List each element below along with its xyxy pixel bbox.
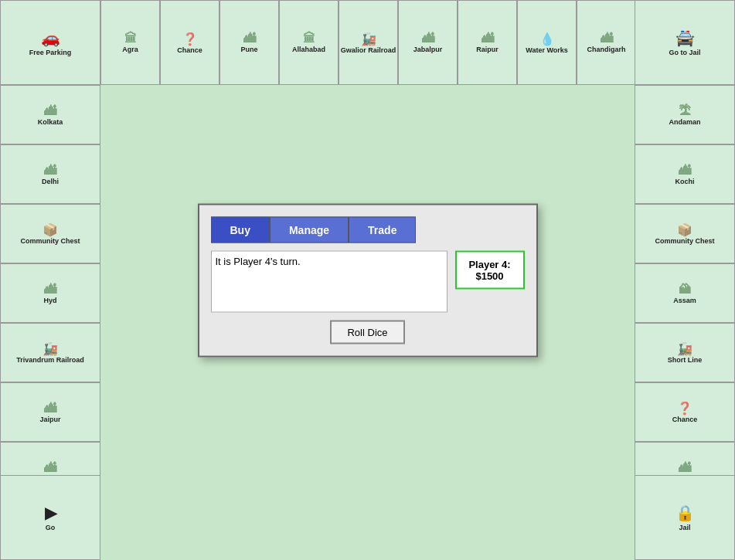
cell-assam: 🏔 Assam — [635, 263, 735, 323]
dialog-content: It is Player 4's turn. Player 4: $1500 — [211, 250, 525, 312]
cell-label: Jail — [679, 524, 690, 531]
cell-community-chest-right: 📦 Community Chest — [635, 204, 735, 263]
cell-label: Jaipur — [39, 416, 60, 423]
cell-allahabad: 🏛 Allahabad — [279, 0, 339, 85]
cell-label: Chance — [177, 46, 202, 54]
cell-pune: 🏙 Pune — [219, 0, 279, 85]
cell-label: Raipur — [476, 46, 499, 53]
cell-label: Allahabad — [292, 46, 325, 53]
cell-delhi: 🏙 Delhi — [0, 144, 100, 204]
cell-label: Chandigarh — [587, 46, 625, 53]
cell-kochi: 🏙 Kochi — [635, 144, 735, 204]
tab-buy[interactable]: Buy — [211, 216, 270, 243]
cell-label: Assam — [673, 297, 696, 304]
cell-label: Go to Jail — [669, 49, 700, 56]
cell-label: Water Works — [526, 46, 568, 54]
cell-free-parking: 🚗 Free Parking — [0, 0, 100, 85]
game-message-textarea[interactable]: It is Player 4's turn. — [211, 250, 447, 312]
cell-kolkata: 🏙 Kolkata — [0, 85, 100, 144]
cell-go-to-jail: 🚔 Go to Jail — [635, 0, 735, 85]
cell-label: Go — [46, 524, 56, 531]
dialog-tabs: Buy Manage Trade — [211, 216, 525, 243]
cell-label: Gwalior Railroad — [341, 46, 396, 54]
cell-jabalpur: 🏙 Jabalpur — [398, 0, 458, 85]
player-label: Player 4: — [466, 258, 514, 270]
roll-dice-button[interactable]: Roll Dice — [330, 320, 404, 344]
cell-hyd: 🏙 Hyd — [0, 263, 100, 323]
cell-gwalior-railroad: 🚂 Gwalior Railroad — [339, 0, 398, 85]
cell-label: Short Line — [668, 356, 703, 364]
cell-label: Jabalpur — [413, 46, 443, 53]
cell-jail: 🔒 Jail — [635, 475, 735, 560]
cell-chandigarh: 🏙 Chandigarh — [577, 0, 636, 85]
game-board: 🚗 Free Parking 🏛 Agra ❓ Chance 🏙 Pune 🏛 … — [0, 0, 735, 560]
cell-label: Community Chest — [20, 237, 80, 245]
cell-water-works: 💧 Water Works — [517, 0, 577, 85]
cell-chance-top: ❓ Chance — [160, 0, 219, 85]
tab-manage[interactable]: Manage — [270, 216, 349, 243]
player-info: Player 4: $1500 — [455, 250, 525, 289]
cell-short-line: 🚂 Short Line — [635, 323, 735, 382]
cell-raipur: 🏙 Raipur — [458, 0, 517, 85]
cell-label: Kolkata — [38, 118, 63, 126]
cell-trivandrum-railroad: 🚂 Trivandrum Railroad — [0, 323, 100, 382]
cell-agra: 🏛 Agra — [100, 0, 160, 85]
cell-label: Trivandrum Railroad — [16, 356, 84, 364]
cell-label: Chance — [672, 416, 698, 423]
cell-label: Andaman — [669, 118, 700, 126]
cell-label: Kochi — [675, 178, 694, 185]
cell-jaipur: 🏙 Jaipur — [0, 382, 100, 442]
cell-label: Hyd — [43, 297, 56, 304]
cell-chance-right: ❓ Chance — [635, 382, 735, 442]
cell-label: Pune — [240, 46, 257, 53]
free-parking-icon: 🚗 — [41, 29, 60, 47]
player-money: $1500 — [466, 270, 514, 281]
cell-label: Community Chest — [655, 237, 714, 245]
cell-community-chest-left: 📦 Community Chest — [0, 204, 100, 263]
tab-trade[interactable]: Trade — [349, 216, 416, 243]
game-dialog: Buy Manage Trade It is Player 4's turn. … — [198, 203, 538, 357]
cell-label: Delhi — [42, 178, 59, 185]
cell-label: Free Parking — [29, 49, 72, 56]
cell-andaman: 🏝 Andaman — [635, 85, 735, 144]
cell-go: ▶ Go — [0, 475, 100, 560]
cell-label: Agra — [122, 46, 138, 53]
dialog-bottom: Roll Dice — [211, 320, 525, 344]
